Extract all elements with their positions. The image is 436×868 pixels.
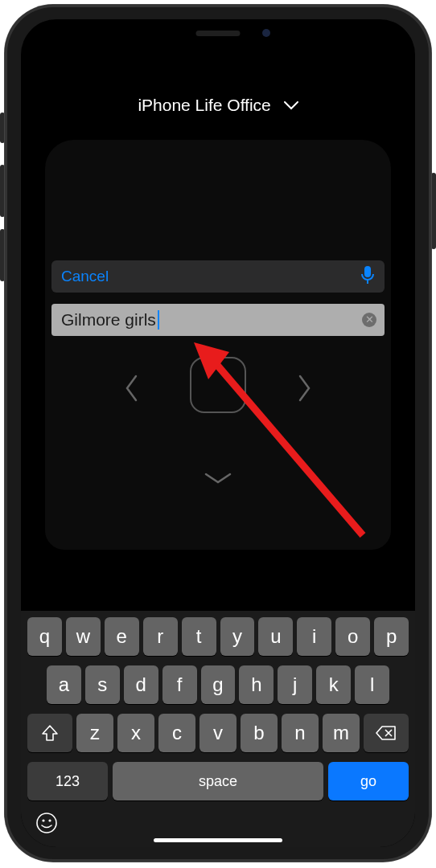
key-f[interactable]: f (162, 665, 197, 704)
key-g[interactable]: g (201, 665, 236, 704)
key-p[interactable]: p (374, 617, 409, 656)
key-t[interactable]: t (182, 617, 216, 656)
key-s[interactable]: s (85, 665, 120, 704)
svg-point-6 (48, 819, 51, 821)
dpad-left-icon[interactable] (124, 375, 140, 408)
clear-input-icon[interactable]: ✕ (362, 313, 376, 327)
device-frame: iPhone Life Office Cancel Gilmore girls … (5, 5, 431, 862)
text-caret (158, 310, 159, 330)
svg-point-5 (42, 819, 44, 821)
svg-rect-0 (364, 266, 371, 277)
key-o[interactable]: o (335, 617, 370, 656)
svg-point-4 (37, 813, 56, 833)
dpad-select[interactable] (190, 357, 246, 413)
search-input-value: Gilmore girls (61, 310, 156, 330)
key-b[interactable]: b (241, 714, 278, 752)
key-w[interactable]: w (66, 617, 101, 656)
key-h[interactable]: h (239, 665, 274, 704)
key-r[interactable]: r (143, 617, 178, 656)
microphone-icon[interactable] (360, 265, 375, 288)
screen: iPhone Life Office Cancel Gilmore girls … (21, 19, 415, 847)
key-v[interactable]: v (199, 714, 237, 752)
keyboard: qwertyuiop asdfghjkl zxcvbnm 123 space g… (21, 611, 415, 847)
keyboard-toolbar (24, 809, 412, 841)
dpad (21, 349, 415, 445)
device-picker[interactable]: iPhone Life Office (21, 96, 415, 115)
key-j[interactable]: j (278, 665, 312, 704)
device-title: iPhone Life Office (138, 96, 270, 114)
keyboard-row-4: 123 space go (24, 762, 412, 800)
keyboard-row-3: zxcvbnm (24, 714, 412, 752)
dpad-down-icon[interactable] (204, 465, 232, 491)
notch (125, 19, 311, 47)
key-x[interactable]: x (117, 714, 154, 752)
key-k[interactable]: k (316, 665, 351, 704)
search-input[interactable]: Gilmore girls ✕ (51, 304, 385, 336)
keyboard-row-1: qwertyuiop (24, 617, 412, 656)
go-key[interactable]: go (328, 762, 409, 800)
key-n[interactable]: n (282, 714, 319, 752)
key-d[interactable]: d (124, 665, 158, 704)
key-q[interactable]: q (27, 617, 62, 656)
key-l[interactable]: l (355, 665, 389, 704)
emoji-key-icon[interactable] (35, 812, 58, 840)
key-i[interactable]: i (297, 617, 331, 656)
shift-key[interactable] (27, 714, 72, 752)
space-key[interactable]: space (113, 762, 323, 800)
chevron-down-icon (284, 96, 298, 115)
key-u[interactable]: u (258, 617, 293, 656)
key-c[interactable]: c (158, 714, 195, 752)
key-m[interactable]: m (323, 714, 360, 752)
key-y[interactable]: y (220, 617, 255, 656)
keyboard-row-2: asdfghjkl (24, 665, 412, 704)
key-a[interactable]: a (47, 665, 81, 704)
home-indicator[interactable] (154, 838, 282, 842)
key-z[interactable]: z (76, 714, 113, 752)
backspace-key[interactable] (364, 714, 409, 752)
cancel-button[interactable]: Cancel (61, 268, 109, 285)
key-e[interactable]: e (105, 617, 139, 656)
numbers-key[interactable]: 123 (27, 762, 108, 800)
dpad-right-icon[interactable] (296, 375, 312, 408)
search-action-bar: Cancel (51, 260, 385, 293)
power-button[interactable] (431, 173, 436, 249)
